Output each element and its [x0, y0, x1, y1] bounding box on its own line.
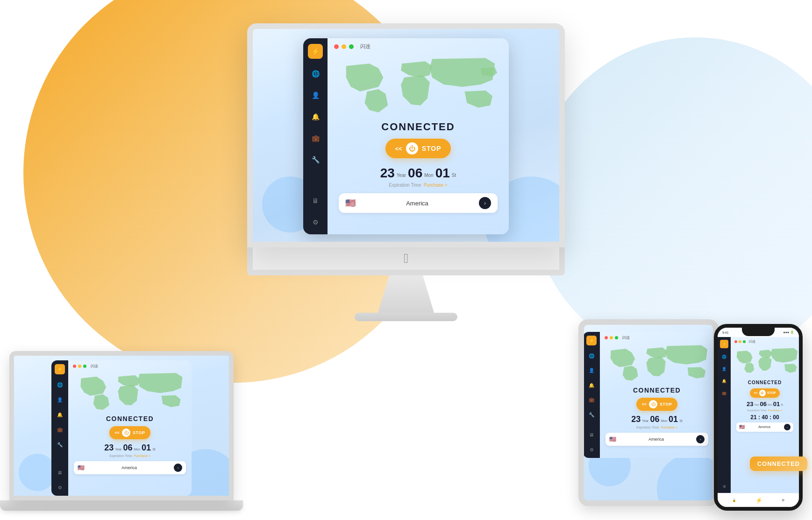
stop-container-laptop: << ⏻ STOP — [74, 426, 186, 443]
laptop-screen: ⚡ 🌐 👤 🔔 💼 🔧 🖥 ⚙ 闪连 — [9, 351, 234, 500]
purchase-tablet[interactable]: Purchase > — [661, 426, 677, 429]
sidebar-user-tablet[interactable]: 👤 — [587, 366, 596, 375]
dot-green-phone — [743, 340, 746, 343]
sidebar-globe-laptop[interactable]: 🌐 — [55, 380, 64, 389]
phone-notch — [742, 328, 775, 336]
dot-yellow-laptop — [78, 365, 81, 368]
sidebar-globe-phone[interactable]: 🌐 — [720, 353, 728, 360]
chevrons-tablet: << — [642, 402, 647, 407]
connected-badge-phone: CONNECTED — [750, 457, 807, 471]
arrow-tablet[interactable]: › — [696, 435, 705, 443]
arrow-phone[interactable]: › — [784, 424, 791, 430]
region-arrow-desktop[interactable]: › — [479, 197, 491, 209]
sidebar-brief-tablet[interactable]: 💼 — [587, 395, 596, 405]
map-phone — [731, 345, 799, 378]
dot-red-desktop[interactable] — [334, 44, 339, 49]
bottom-icon-3: ⚙ — [782, 499, 784, 502]
dy-label-phone: St — [781, 403, 783, 406]
stop-btn-laptop[interactable]: << ⏻ STOP — [109, 426, 151, 439]
sidebar-icon-briefcase[interactable]: 💼 — [309, 132, 322, 145]
sidebar-brief-phone[interactable]: 💼 — [720, 389, 728, 397]
appname-laptop: 闪连 — [91, 364, 98, 369]
sidebar-icon-settings[interactable]: ⚙ — [309, 216, 322, 229]
sidebar-settings-phone[interactable]: ⚙ — [720, 483, 728, 490]
sidebar-icon-globe[interactable]: 🌐 — [309, 67, 322, 80]
apple-logo:  — [404, 251, 408, 266]
laptop-device: ⚡ 🌐 👤 🔔 💼 🔧 🖥 ⚙ 闪连 — [9, 351, 243, 511]
status-tablet: CONNECTED — [605, 386, 708, 394]
sidebar-settings-tablet[interactable]: ⚙ — [587, 445, 596, 454]
region-laptop: America — [87, 465, 171, 470]
yr-label-tablet: Year — [642, 419, 648, 422]
tablet-device: ⚡ 🌐 👤 🔔 💼 🔧 🖥 ⚙ 闪连 — [578, 319, 719, 506]
sidebar-wrench-tablet[interactable]: 🔧 — [587, 410, 596, 419]
logo-tablet: ⚡ — [586, 336, 597, 345]
dot-green-desktop[interactable] — [349, 44, 354, 49]
chevrons-desktop: << — [395, 145, 402, 152]
sidebar-globe-tablet[interactable]: 🌐 — [587, 351, 596, 360]
sidebar-brief-laptop[interactable]: 💼 — [55, 425, 64, 434]
sidebar-bell-tablet[interactable]: 🔔 — [587, 380, 596, 390]
sidebar-phone: ⚡ 🌐 👤 🔔 💼 ⚙ — [718, 337, 731, 493]
stop-btn-phone[interactable]: << ⏻ STOP — [750, 388, 779, 398]
region-row-tablet: 🇺🇸 America › — [605, 433, 708, 446]
sidebar-settings-laptop[interactable]: ⚙ — [55, 483, 64, 492]
region-name-desktop: America — [359, 200, 475, 207]
timer-phone: 21 : 40 : 00 — [734, 414, 795, 421]
appname-phone: 闪连 — [749, 339, 755, 344]
map-tablet — [600, 342, 714, 384]
sidebar-icon-bell[interactable]: 🔔 — [309, 110, 322, 123]
purchase-link-desktop[interactable]: Purchase > — [424, 183, 448, 188]
mo-label-phone: Mon — [768, 403, 772, 406]
phone-time: 9:41 — [722, 331, 729, 334]
purchase-phone[interactable]: Purchase > — [768, 409, 783, 412]
vpn-logo-desktop: ⚡ — [308, 44, 323, 59]
sidebar-user-phone[interactable]: 👤 — [720, 365, 728, 372]
region-tablet: America — [619, 437, 694, 442]
region-row-desktop: 🇺🇸 America › — [339, 193, 498, 213]
titlebar-laptop: 闪连 — [68, 360, 192, 370]
flag-phone: 🇺🇸 — [739, 424, 745, 429]
dot-yellow-phone — [739, 340, 741, 343]
app-name-desktop: 闪连 — [360, 43, 370, 50]
stop-label-phone: STOP — [767, 391, 776, 394]
expiry-row-phone: 23 Year 06 Mon 01 St — [734, 401, 795, 408]
vpn-app-desktop: ⚡ 🌐 👤 🔔 💼 🔧 🖥 ⚙ — [303, 38, 509, 234]
sidebar-user-laptop[interactable]: 👤 — [55, 395, 64, 404]
content-tablet: CONNECTED << ⏻ STOP 23 Year 06 — [600, 384, 714, 450]
sidebar-screen-laptop[interactable]: 🖥 — [55, 468, 64, 477]
dot-red-tablet — [605, 336, 608, 339]
main-laptop: 闪连 CONNECTED — [68, 360, 192, 496]
exp-caption-phone: Expiration Time Purchase > — [734, 409, 795, 412]
map-desktop — [328, 52, 509, 117]
stop-label-tablet: STOP — [660, 402, 672, 407]
phone-bottom-bar: 🔒 ⚡ ⚙ — [718, 493, 799, 507]
phone-inner: 9:41 ●●● 🔋 ⚡ 🌐 👤 🔔 💼 ⚙ — [718, 328, 799, 507]
power-icon-desktop: ⏻ — [406, 142, 418, 155]
expiry-row-laptop: 23 Year 06 Mon 01 St — [74, 443, 186, 453]
vpn-main-desktop: 闪连 — [328, 38, 509, 234]
stop-container-tablet: << ⏻ STOP — [605, 398, 708, 415]
dot-green-laptop — [83, 365, 86, 368]
dot-yellow-desktop[interactable] — [342, 44, 346, 49]
region-row-laptop: 🇺🇸 America › — [74, 461, 186, 474]
power-tablet: ⏻ — [649, 400, 657, 408]
imac-base — [355, 313, 457, 321]
stop-button-desktop[interactable]: << ⏻ STOP — [385, 139, 450, 158]
sidebar-icon-user[interactable]: 👤 — [309, 89, 322, 102]
title-bar-desktop: 闪连 — [328, 38, 509, 52]
sidebar-wrench-laptop[interactable]: 🔧 — [55, 440, 64, 449]
expiry-row-tablet: 23 Year 06 Mon 01 St — [605, 415, 708, 424]
arrow-laptop[interactable]: › — [174, 464, 182, 472]
power-phone: ⏻ — [759, 390, 766, 396]
sidebar-bell-phone[interactable]: 🔔 — [720, 377, 728, 385]
stop-btn-tablet[interactable]: << ⏻ STOP — [636, 398, 678, 411]
purchase-laptop[interactable]: Purchase > — [134, 454, 150, 457]
bottom-icon-2: ⚡ — [755, 497, 762, 504]
yr-num-phone: 23 — [747, 401, 753, 408]
sidebar-icon-wrench[interactable]: 🔧 — [309, 153, 322, 166]
sidebar-icon-screen[interactable]: 🖥 — [309, 194, 322, 207]
sidebar-bell-laptop[interactable]: 🔔 — [55, 410, 64, 419]
dot-red-laptop — [73, 365, 76, 368]
sidebar-screen-tablet[interactable]: 🖥 — [587, 430, 596, 440]
